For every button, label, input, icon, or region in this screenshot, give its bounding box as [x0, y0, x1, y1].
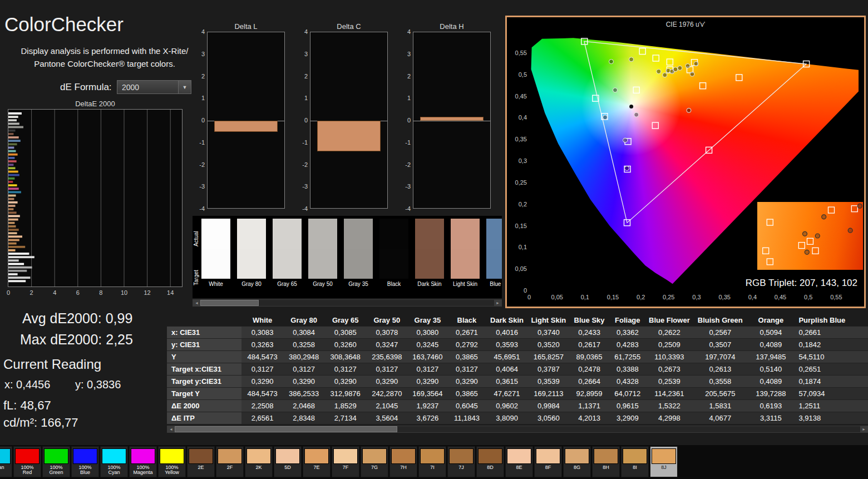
delta-bar: [214, 121, 278, 132]
table-cell: 0,3127: [241, 363, 283, 376]
patch-tile-8i[interactable]: 8I: [621, 446, 649, 477]
patch-tile-7f[interactable]: 7F: [332, 446, 359, 477]
axis-tick-label: 0,25: [508, 179, 527, 186]
target-swatch: [237, 249, 266, 279]
patch-swatches: WhiteGray 80Gray 65Gray 50Gray 35BlackDa…: [201, 219, 502, 287]
patch-tile-8d[interactable]: 8D: [476, 446, 504, 477]
axis-tick-label: 2: [190, 73, 205, 80]
patch-tile-2f[interactable]: 2F: [216, 446, 244, 477]
de-bar: [8, 157, 14, 159]
swatch-black[interactable]: Black: [379, 219, 408, 287]
patch-tile-100-cyan[interactable]: 100% Cyan: [100, 446, 128, 477]
swatch-gray-50[interactable]: Gray 50: [308, 219, 337, 287]
table-cell: 0,2661: [794, 327, 868, 339]
de-bar: [8, 123, 19, 125]
patch-tile-100-blue[interactable]: 100% Blue: [71, 446, 99, 477]
swatch-label: Dark Skin: [415, 281, 444, 287]
swatch-gray-35[interactable]: Gray 35: [344, 219, 373, 287]
patch-tile-label: 2F: [216, 465, 243, 470]
target-swatch: [415, 249, 444, 279]
swatch-light-skin[interactable]: Light Skin: [451, 219, 480, 287]
de-bar: [8, 208, 13, 210]
table-cell: 0,3127: [324, 363, 366, 376]
scroll-thumb[interactable]: [175, 426, 397, 432]
patch-tile-100-yellow[interactable]: 100% Yellow: [158, 446, 186, 477]
swatch-gray-80[interactable]: Gray 80: [237, 219, 266, 287]
patch-tile-label: 7F: [332, 465, 359, 470]
results-table: WhiteGray 80Gray 65Gray 50Gray 35BlackDa…: [167, 314, 868, 424]
patch-tile-label: 7G: [361, 465, 388, 470]
delta-c-chart: Delta C43210-1-2-3-4: [291, 22, 389, 223]
table-cell: 0,4016: [486, 327, 528, 339]
scroll-track[interactable]: [200, 300, 494, 306]
actual-point: [857, 204, 862, 208]
swatch-scrollbar[interactable]: ◄►: [193, 299, 502, 307]
patch-tile-100-red[interactable]: 100% Red: [13, 446, 41, 477]
table-cell: 3,3115: [747, 412, 794, 424]
table-cell: 57,0934: [794, 388, 868, 400]
scroll-thumb[interactable]: [200, 300, 259, 306]
scroll-left-icon[interactable]: ◄: [193, 300, 200, 306]
patch-tile-7g[interactable]: 7G: [361, 446, 388, 477]
table-cell: 0,3127: [408, 363, 448, 376]
patch-color-chip: [218, 448, 242, 464]
results-table-wrap: WhiteGray 80Gray 65Gray 50Gray 35BlackDa…: [167, 314, 868, 425]
patch-tile-2e[interactable]: 2E: [187, 446, 215, 477]
patch-tile-8j[interactable]: 8J: [650, 446, 678, 477]
patch-tile-8e[interactable]: 8E: [505, 446, 533, 477]
swatch-blue-sky[interactable]: Blue Sky: [486, 219, 502, 287]
patch-tile-5d[interactable]: 5D: [274, 446, 302, 477]
table-row: Target y:CIE310,32900,32900,32900,32900,…: [167, 376, 868, 388]
actual-point: [687, 108, 691, 112]
axis-tick-label: 4: [190, 28, 205, 35]
patch-tile-label: 7J: [448, 465, 475, 470]
patch-tile-7h[interactable]: 7H: [389, 446, 417, 477]
table-cell: 0,3520: [528, 339, 570, 351]
swatch-gray-65[interactable]: Gray 65: [273, 219, 302, 287]
column-header: Gray 65: [324, 314, 366, 327]
de-bar: [8, 276, 31, 279]
scroll-right-icon[interactable]: ►: [494, 300, 501, 306]
de-formula-dropdown[interactable]: 2000 ▼: [117, 80, 191, 94]
table-scrollbar[interactable]: ◄►: [167, 426, 868, 433]
table-cell: 0,3263: [241, 339, 283, 351]
table-cell: 11,1843: [447, 412, 486, 424]
target-point: [667, 59, 673, 65]
table-cell: 2,8348: [283, 412, 325, 424]
swatch-white[interactable]: White: [201, 219, 230, 287]
patch-tile-7j[interactable]: 7J: [447, 446, 475, 477]
patch-tile-2k[interactable]: 2K: [245, 446, 273, 477]
target-point: [633, 87, 639, 93]
table-cell: 1,8529: [324, 400, 366, 412]
axis-tick-label: -2: [190, 161, 205, 168]
scroll-left-icon[interactable]: ◄: [167, 426, 175, 432]
patch-tile-8f[interactable]: 8F: [534, 446, 562, 477]
de-bar: [8, 215, 20, 218]
swatch-dark-skin[interactable]: Dark Skin: [415, 219, 444, 287]
patch-tile-100-green[interactable]: 100% Green: [42, 446, 70, 477]
table-cell: 484,5473: [241, 388, 283, 400]
patch-tile-label: 8I: [622, 465, 648, 470]
table-cell: 0,3290: [408, 376, 448, 388]
patch-tile-100-magenta[interactable]: 100% Magenta: [129, 446, 157, 477]
table-cell: 114,2361: [646, 388, 693, 400]
table-cell: 0,3080: [408, 327, 448, 339]
axis-tick-label: 1: [293, 95, 308, 101]
table-cell: 0,3085: [324, 327, 366, 339]
axis-tick-label: 0,4: [508, 114, 527, 121]
patch-tile-7i[interactable]: 7I: [418, 446, 446, 477]
patch-tile-cyan[interactable]: Cyan: [0, 446, 12, 477]
patch-color-chip: [449, 448, 474, 464]
axis-tick-label: 2: [293, 73, 308, 80]
target-swatch: [308, 249, 337, 279]
scroll-right-icon[interactable]: ►: [860, 426, 867, 432]
scroll-track[interactable]: [175, 426, 860, 432]
target-row-label: Target: [193, 258, 201, 297]
axis-tick-label: 0,55: [508, 50, 527, 56]
patch-tile-8h[interactable]: 8H: [592, 446, 620, 477]
swatch-strip: Actual Target WhiteGray 80Gray 65Gray 50…: [193, 216, 502, 298]
axis-tick-label: -4: [293, 205, 308, 212]
patch-tile-8g[interactable]: 8G: [563, 446, 591, 477]
target-point: [767, 219, 773, 225]
patch-tile-7e[interactable]: 7E: [303, 446, 331, 477]
